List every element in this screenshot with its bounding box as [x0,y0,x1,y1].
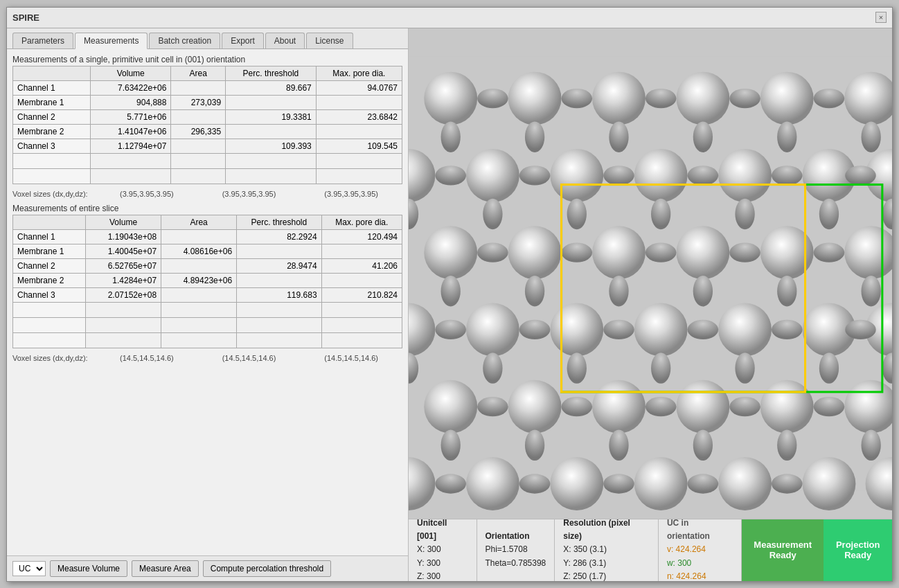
uc-select[interactable]: UC [12,561,46,576]
table-row [13,317,402,332]
unit-cell-title: Measurements of a single, primitive unit… [12,55,402,64]
uc-orientation-v: v: 424.264 [667,543,733,556]
table-row: Channel 3 2.07152e+08 119.683 210.824 [13,287,402,302]
table-row: Membrane 1 1.40045e+07 4.08616e+06 [13,244,402,258]
slice-col-volume: Volume [86,215,161,229]
svg-point-13 [466,148,519,202]
slice-row-volume: 1.19043e+08 [86,229,161,244]
svg-point-69 [603,474,634,493]
svg-point-96 [819,353,839,384]
uc-row-volume: 5.771e+06 [91,109,171,124]
tab-license[interactable]: License [306,33,353,48]
svg-point-57 [646,397,677,416]
measurement-ready-button[interactable]: Measurement Ready [742,519,824,581]
uc-row-volume: 7.63422e+06 [91,80,171,95]
svg-point-40 [718,303,772,356]
svg-point-14 [550,148,603,202]
panel-body: Measurements of a single, primitive unit… [7,49,408,555]
slice-row-perc: 28.9474 [237,258,322,273]
bottom-controls: UC Measure Volume Measure Area Compute p… [7,555,408,581]
uc-row-maxpore: 109.545 [316,139,402,153]
svg-rect-0 [409,56,892,490]
measure-area-button[interactable]: Measure Area [132,560,199,577]
uc-row-volume: 1.12794e+07 [91,139,171,153]
svg-point-76 [777,121,796,152]
unitcell-x: X: 300 [417,543,468,556]
close-button[interactable]: × [875,12,887,23]
uc-in-orientation-info: UC in orientation v: 424.264 w: 300 n: 4… [659,519,742,581]
tab-batch-creation[interactable]: Batch creation [149,33,220,48]
measure-volume-button[interactable]: Measure Volume [50,560,127,577]
uc-orientation-n: n: 424.264 [667,570,733,581]
svg-point-86 [525,276,544,307]
uc-row-maxpore: 94.0767 [316,80,402,95]
table-row: Membrane 2 1.4284e+07 4.89423e+06 [13,273,402,287]
voxel-uc-v3: (3.95,3.95,3.95) [300,190,402,198]
table-row: Membrane 2 1.41047e+06 296,335 [13,124,402,139]
tab-parameters[interactable]: Parameters [12,33,73,48]
svg-point-89 [777,276,796,307]
right-panel: Unitcell [001] X: 300 Y: 300 Z: 300 Orie… [409,28,892,581]
voxel-uc-label: Voxel sizes (dx,dy,dz): [12,190,96,198]
projection-status-line2: Ready [844,550,871,560]
uc-orientation-w: w: 300 [667,557,733,570]
svg-point-95 [735,353,754,384]
image-area [409,28,892,519]
tab-export[interactable]: Export [222,33,264,48]
resolution-info: Resolution (pixel size) X: 350 (3.1) Y: … [555,519,659,581]
unitcell-label: Unitcell [001] [417,517,468,543]
slice-row-label: Channel 1 [13,229,86,244]
resolution-y: Y: 286 (3.1) [563,557,650,570]
svg-point-3 [592,71,646,125]
svg-point-90 [861,276,880,307]
svg-point-43 [435,319,466,339]
title-bar: SPIRE × [7,8,892,28]
svg-point-94 [651,353,670,384]
svg-point-4 [676,71,729,125]
orientation-phi: Phi=1.5708 [486,543,546,556]
uc-row-perc: 19.3381 [226,109,317,124]
uc-row-volume: 904,888 [91,95,171,109]
svg-point-44 [519,319,551,339]
svg-point-48 [845,319,876,339]
svg-point-103 [861,429,880,461]
uc-row-maxpore [316,124,402,139]
slice-row-volume: 6.52765e+07 [86,258,161,273]
svg-point-1 [424,71,477,125]
svg-point-23 [772,166,803,185]
resolution-z: Z: 250 (1.7) [563,570,650,581]
projection-ready-button[interactable]: Projection Ready [824,519,892,581]
svg-point-16 [718,148,772,202]
svg-point-64 [718,457,772,510]
slice-table: Volume Area Perc. threshold Max. pore di… [12,215,402,348]
svg-point-61 [466,457,519,510]
membrane-image [409,28,892,519]
voxel-slice-label: Voxel sizes (dx,dy,dz): [12,354,96,362]
table-row: Channel 2 6.52765e+07 28.9474 41.206 [13,258,402,273]
col-header-label [13,66,91,80]
measurement-status-line1: Measurement [754,540,812,550]
svg-point-24 [845,166,876,185]
svg-point-47 [772,319,803,339]
tab-measurements[interactable]: Measurements [75,33,148,49]
svg-point-79 [483,198,502,229]
slice-col-maxpore: Max. pore dia. [321,215,402,229]
tab-about[interactable]: About [265,33,305,48]
unit-cell-section: Measurements of a single, primitive unit… [12,55,402,184]
svg-point-34 [729,242,760,262]
svg-point-62 [550,457,603,510]
table-row: Channel 3 1.12794e+07 109.393 109.545 [13,139,402,153]
slice-row-maxpore [321,273,402,287]
uc-row-area [171,109,226,124]
compute-percolation-button[interactable]: Compute percolation threshold [203,560,331,577]
left-panel: Parameters Measurements Batch creation E… [7,28,409,581]
svg-point-27 [592,226,646,279]
svg-point-5 [760,71,814,125]
svg-point-26 [508,226,562,279]
slice-col-perc: Perc. threshold [237,215,322,229]
svg-point-75 [693,121,713,152]
uc-row-label: Channel 2 [13,109,91,124]
svg-point-9 [646,88,677,107]
slice-row-perc [237,244,322,258]
table-row [13,332,402,348]
